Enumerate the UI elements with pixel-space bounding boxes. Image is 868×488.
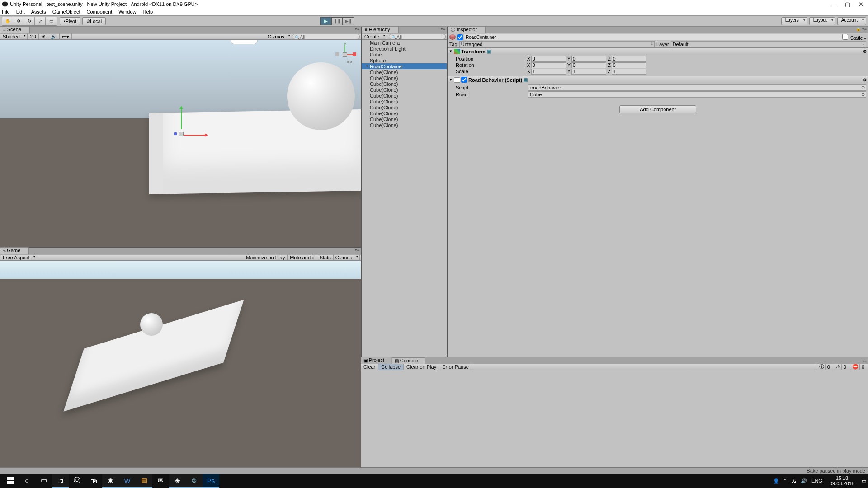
rotation-x-field[interactable] — [531, 62, 566, 68]
taskbar-sublime[interactable]: ▤ — [136, 474, 152, 488]
taskbar-chrome[interactable]: ◉ — [102, 474, 119, 488]
hierarchy-item[interactable]: Cube(Clone) — [362, 104, 447, 110]
move-gizmo-x-axis[interactable] — [182, 135, 207, 136]
tray-people-icon[interactable]: 👤 — [773, 478, 779, 484]
tray-network-icon[interactable]: 🖧 — [791, 478, 796, 483]
orientation-gizmo[interactable]: y Iso — [334, 43, 356, 66]
console-collapse-toggle[interactable]: Collapse — [378, 364, 404, 370]
start-button[interactable] — [2, 474, 19, 488]
transform-settings-icon[interactable]: ⚙ — [863, 49, 867, 54]
transform-help-icon[interactable]: ▣ — [487, 49, 491, 54]
console-warn-count[interactable]: ⚠ 0 — [834, 363, 850, 370]
shading-mode-dropdown[interactable]: Shaded — [1, 34, 28, 39]
menu-file[interactable]: File — [2, 9, 10, 14]
console-log-area[interactable] — [361, 370, 868, 467]
inspector-tab-menu[interactable]: 🔒 ▾≡ — [854, 27, 868, 33]
maximize-on-play-toggle[interactable]: Maximize on Play — [244, 255, 288, 260]
hierarchy-tab-menu[interactable]: ▾≡ — [439, 27, 447, 33]
scale-y-field[interactable] — [571, 69, 606, 75]
hierarchy-item[interactable]: Cube(Clone) — [362, 93, 447, 99]
hierarchy-item[interactable]: Cube(Clone) — [362, 69, 447, 75]
hierarchy-item[interactable]: Cube — [362, 52, 447, 57]
hierarchy-tab[interactable]: ≡ Hierarchy — [362, 26, 399, 33]
scale-x-field[interactable] — [531, 69, 566, 75]
aspect-dropdown[interactable]: Free Aspect — [1, 255, 37, 260]
menu-window[interactable]: Window — [118, 9, 136, 14]
scale-z-field[interactable] — [612, 69, 646, 75]
search-button[interactable]: ○ — [19, 474, 35, 488]
console-errorpause-toggle[interactable]: Error Pause — [439, 364, 472, 370]
window-close-button[interactable]: ✕ — [859, 1, 863, 8]
console-clearonplay-toggle[interactable]: Clear on Play — [404, 364, 439, 370]
hierarchy-create-dropdown[interactable]: Create — [363, 34, 387, 39]
scene-audio-toggle[interactable]: 🔊 — [48, 34, 60, 40]
road-reference-field[interactable]: Cube⊙ — [528, 91, 866, 98]
console-clear-button[interactable]: Clear — [361, 364, 378, 370]
window-minimize-button[interactable]: — — [831, 1, 837, 8]
menu-edit[interactable]: Edit — [16, 9, 25, 14]
hierarchy-item[interactable]: Directional Light — [362, 46, 447, 52]
hierarchy-item[interactable]: Main Camera — [362, 40, 447, 46]
scene-search-input[interactable]: 🔍All — [292, 34, 360, 39]
move-gizmo-center[interactable] — [179, 132, 184, 136]
hierarchy-item[interactable]: Sphere — [362, 57, 447, 63]
hierarchy-item[interactable]: Cube(Clone) — [362, 110, 447, 116]
rotation-y-field[interactable] — [571, 62, 606, 68]
gizmos-dropdown[interactable]: Gizmos — [266, 34, 292, 39]
taskbar-store[interactable]: 🛍 — [85, 474, 102, 488]
console-tab[interactable]: ▤ Console — [392, 357, 425, 364]
game-tab[interactable]: € Game — [0, 247, 29, 254]
hierarchy-item[interactable]: Cube(Clone) — [362, 81, 447, 87]
window-maximize-button[interactable]: ▢ — [845, 1, 850, 8]
add-component-button[interactable]: Add Component — [619, 105, 696, 113]
game-tab-menu[interactable]: ▾≡ — [354, 248, 361, 254]
scene-light-toggle[interactable]: ☀ — [39, 34, 48, 40]
project-tab[interactable]: ▣ Project — [361, 357, 391, 364]
static-checkbox[interactable] — [842, 34, 848, 40]
hierarchy-item[interactable]: Cube(Clone) — [362, 116, 447, 122]
console-error-count[interactable]: ⛔ 0 — [850, 363, 868, 370]
inspector-tab[interactable]: ⓘ Inspector — [448, 26, 486, 33]
tray-clock[interactable]: 15:1809.03.2018 — [827, 475, 857, 486]
2d-toggle[interactable]: 2D — [28, 34, 39, 39]
stats-toggle[interactable]: Stats — [317, 255, 334, 260]
account-dropdown[interactable]: Account — [837, 17, 866, 25]
roadbehavior-enabled-checkbox[interactable] — [461, 77, 467, 83]
scene-viewport[interactable]: y Iso — [0, 40, 361, 247]
gameobject-active-checkbox[interactable] — [457, 34, 463, 40]
taskbar-unity[interactable]: ◈ — [169, 474, 186, 488]
move-gizmo-z-axis[interactable] — [174, 132, 177, 135]
position-x-field[interactable] — [531, 56, 566, 62]
scene-tab-menu[interactable]: ▾≡ — [354, 27, 361, 33]
position-z-field[interactable] — [612, 56, 646, 62]
scene-tab[interactable]: ⌗ Scene — [0, 26, 30, 33]
game-gizmos-dropdown[interactable]: Gizmos — [334, 255, 360, 260]
move-gizmo-y-axis[interactable] — [181, 107, 182, 129]
menu-assets[interactable]: Assets — [31, 9, 46, 14]
menu-help[interactable]: Help — [142, 9, 153, 14]
game-viewport[interactable] — [0, 261, 361, 468]
scene-fx-toggle[interactable]: ▭▾ — [60, 34, 72, 40]
tag-dropdown[interactable]: Untagged — [459, 41, 655, 47]
hierarchy-item[interactable]: ▼RoadContainer — [362, 63, 447, 69]
rotate-tool[interactable]: ↻ — [24, 17, 35, 25]
hierarchy-item[interactable]: Cube(Clone) — [362, 87, 447, 93]
gameobject-name-field[interactable] — [464, 34, 842, 40]
pivot-toggle[interactable]: ▪ Pivot — [60, 17, 80, 25]
hierarchy-item[interactable]: Cube(Clone) — [362, 122, 447, 128]
pause-button[interactable]: ❚❚ — [331, 17, 343, 25]
layout-dropdown[interactable]: Layout — [809, 17, 835, 25]
roadbehavior-help-icon[interactable]: ▣ — [524, 77, 528, 82]
menu-component[interactable]: Component — [86, 9, 112, 14]
hierarchy-item[interactable]: Cube(Clone) — [362, 99, 447, 104]
script-reference-field[interactable]: ▫roadBehavior⊙ — [528, 84, 866, 91]
roadbehavior-settings-icon[interactable]: ⚙ — [863, 78, 867, 82]
taskbar-photoshop[interactable]: Ps — [203, 474, 219, 488]
taskbar-word[interactable]: W — [119, 474, 136, 488]
menu-gameobject[interactable]: GameObject — [52, 9, 80, 14]
taskbar-mono[interactable]: ⊚ — [186, 474, 203, 488]
position-y-field[interactable] — [571, 56, 606, 62]
rotation-z-field[interactable] — [612, 62, 646, 68]
play-button[interactable]: ▶ — [320, 17, 331, 25]
local-toggle[interactable]: ⊘ Local — [82, 17, 106, 25]
